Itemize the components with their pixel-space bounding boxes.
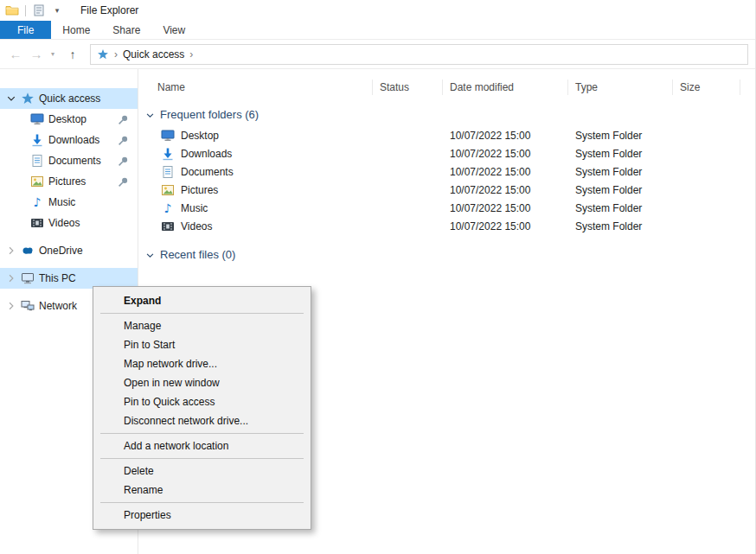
customize-quick-access-toolbar-caret-icon[interactable]: ▾ <box>52 6 62 15</box>
sidebar-item-videos[interactable]: Videos <box>0 213 138 233</box>
chevron-down-icon[interactable] <box>6 93 16 104</box>
sidebar-item-desktop[interactable]: Desktop <box>0 109 138 130</box>
tab-view[interactable]: View <box>151 21 196 39</box>
app-folder-icon[interactable] <box>5 3 19 17</box>
sidebar-item-label: Music <box>48 196 75 208</box>
menu-separator <box>100 313 304 314</box>
file-name: Pictures <box>181 184 218 196</box>
properties-toolbar-icon[interactable] <box>32 3 46 17</box>
sidebar-item-onedrive[interactable]: OneDrive <box>0 240 138 261</box>
file-type: System Folder <box>568 184 673 196</box>
music-note-icon: ♪ <box>30 195 44 209</box>
breadcrumb-chevron-icon[interactable]: › <box>114 49 118 60</box>
group-header-recent-files[interactable]: Recent files (0) <box>145 246 755 262</box>
documents-icon <box>30 154 44 168</box>
this-pc-monitor-icon <box>21 271 35 285</box>
context-menu-item-manage[interactable]: Manage <box>93 316 311 335</box>
menu-separator <box>100 502 304 503</box>
sidebar-item-documents[interactable]: Documents <box>0 150 138 171</box>
toolbar-divider <box>25 5 26 16</box>
column-header-size[interactable]: Size <box>673 80 740 95</box>
sidebar-item-label: This PC <box>39 272 76 284</box>
videos-icon <box>161 220 175 233</box>
file-name: Videos <box>181 220 212 232</box>
breadcrumb-chevron-icon[interactable]: › <box>189 49 193 60</box>
context-menu-item-map-network-drive[interactable]: Map network drive... <box>93 354 311 373</box>
sidebar-item-label: Videos <box>48 217 80 229</box>
group-header-label: Frequent folders (6) <box>160 108 259 121</box>
sidebar-item-music[interactable]: ♪ Music <box>0 192 138 213</box>
tab-share[interactable]: Share <box>101 21 151 39</box>
recent-locations-caret-icon[interactable]: ▾ <box>47 50 59 58</box>
menu-separator <box>100 458 304 459</box>
pin-icon <box>118 176 129 188</box>
chevron-right-icon[interactable] <box>6 245 16 256</box>
context-menu-item-rename[interactable]: Rename <box>93 481 311 500</box>
column-header-type[interactable]: Type <box>568 80 673 95</box>
chevron-right-icon[interactable] <box>6 301 16 311</box>
file-date-modified: 10/07/2022 15:00 <box>443 130 568 142</box>
titlebar: ▾ File Explorer <box>0 0 755 21</box>
tab-file[interactable]: File <box>0 21 51 39</box>
sidebar-item-label: Network <box>39 300 77 312</box>
back-arrow-icon[interactable]: ← <box>5 44 26 65</box>
breadcrumb-location[interactable]: Quick access <box>123 48 184 60</box>
file-type: System Folder <box>568 130 673 142</box>
chevron-down-icon[interactable] <box>145 250 155 259</box>
file-row-desktop[interactable]: Desktop 10/07/2022 15:00 System Folder <box>138 126 755 144</box>
sidebar-item-downloads[interactable]: Downloads <box>0 130 138 150</box>
sidebar-item-label: Documents <box>48 155 101 167</box>
file-date-modified: 10/07/2022 15:00 <box>443 184 568 196</box>
file-row-documents[interactable]: Documents 10/07/2022 15:00 System Folder <box>138 162 755 181</box>
sidebar-item-label: Quick access <box>39 92 100 105</box>
address-bar[interactable]: › Quick access › <box>90 44 748 65</box>
downloads-icon <box>30 133 44 147</box>
documents-icon <box>161 165 175 179</box>
column-headers: Name Status Date modified Type Size <box>138 76 755 99</box>
file-row-downloads[interactable]: Downloads 10/07/2022 15:00 System Folder <box>138 144 755 162</box>
file-name: Downloads <box>181 148 232 160</box>
pictures-icon <box>161 183 175 197</box>
tab-home[interactable]: Home <box>51 21 101 39</box>
file-name: Music <box>181 202 208 214</box>
sidebar-item-label: Downloads <box>48 134 99 146</box>
sidebar-item-label: Desktop <box>48 113 86 125</box>
file-row-videos[interactable]: Videos 10/07/2022 15:00 System Folder <box>138 217 755 235</box>
file-date-modified: 10/07/2022 15:00 <box>443 220 568 232</box>
music-note-icon: ♪ <box>161 201 175 215</box>
context-menu-item-disconnect-network-drive[interactable]: Disconnect network drive... <box>93 411 311 430</box>
context-menu-item-pin-to-start[interactable]: Pin to Start <box>93 335 311 354</box>
file-row-music[interactable]: ♪ Music 10/07/2022 15:00 System Folder <box>138 199 755 217</box>
context-menu-item-properties[interactable]: Properties <box>93 506 311 525</box>
file-explorer-window: ▾ File Explorer File Home Share View ← →… <box>0 0 756 554</box>
context-menu-item-pin-to-quick-access[interactable]: Pin to Quick access <box>93 392 311 411</box>
group-header-label: Recent files (0) <box>160 248 235 261</box>
context-menu-item-delete[interactable]: Delete <box>93 462 311 481</box>
network-icon <box>21 299 35 313</box>
context-menu-item-add-network-location[interactable]: Add a network location <box>93 436 311 455</box>
file-type: System Folder <box>568 220 673 232</box>
context-menu-item-expand[interactable]: Expand <box>93 291 311 310</box>
sidebar-item-quick-access[interactable]: Quick access <box>0 88 138 109</box>
chevron-down-icon[interactable] <box>145 110 155 119</box>
chevron-right-icon[interactable] <box>6 273 16 283</box>
context-menu-item-open-in-new-window[interactable]: Open in new window <box>93 373 311 392</box>
forward-arrow-icon[interactable]: → <box>26 44 47 65</box>
group-header-frequent-folders[interactable]: Frequent folders (6) <box>145 106 755 122</box>
menu-separator <box>100 433 304 434</box>
file-date-modified: 10/07/2022 15:00 <box>443 202 568 214</box>
column-header-date-modified[interactable]: Date modified <box>443 80 568 95</box>
sidebar-item-label: Pictures <box>48 175 86 188</box>
sidebar-item-pictures[interactable]: Pictures <box>0 171 138 192</box>
file-type: System Folder <box>568 148 673 160</box>
desktop-icon <box>30 112 44 126</box>
up-arrow-icon[interactable]: ↑ <box>62 44 83 65</box>
downloads-icon <box>161 147 175 161</box>
file-row-pictures[interactable]: Pictures 10/07/2022 15:00 System Folder <box>138 181 755 199</box>
pictures-icon <box>30 175 44 188</box>
pin-icon <box>118 135 129 146</box>
pin-icon <box>118 114 129 125</box>
quick-access-star-icon <box>97 48 109 60</box>
column-header-status[interactable]: Status <box>373 80 443 95</box>
column-header-name[interactable]: Name <box>138 80 373 95</box>
